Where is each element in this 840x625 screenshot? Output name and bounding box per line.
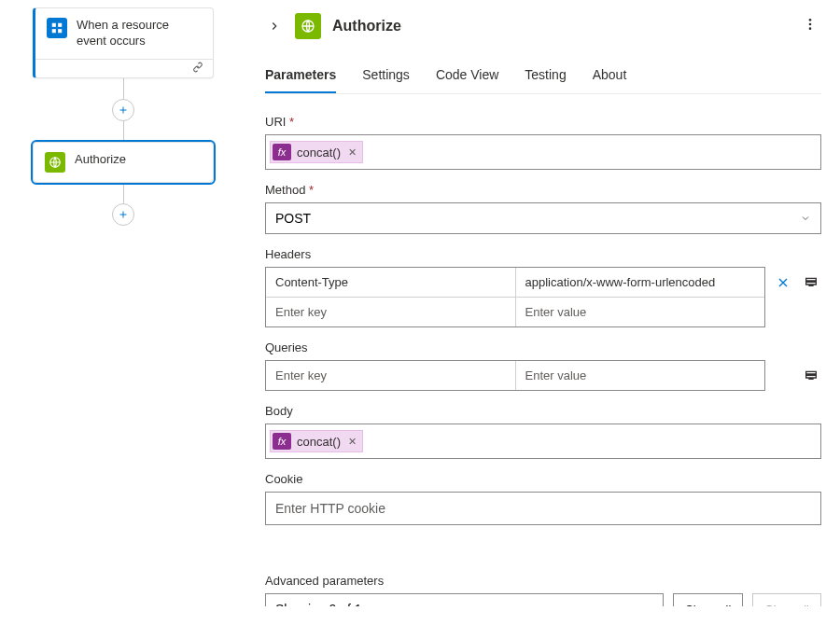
tab-code-view[interactable]: Code View: [436, 67, 498, 93]
cookie-input[interactable]: [265, 492, 821, 525]
trigger-title: When a resource event occurs: [77, 18, 202, 49]
tab-parameters[interactable]: Parameters: [265, 67, 336, 93]
query-value-input[interactable]: [516, 361, 765, 390]
flow-canvas: When a resource event occurs Authorize: [0, 0, 246, 625]
svg-rect-0: [52, 23, 56, 27]
collapse-button[interactable]: [265, 17, 284, 35]
uri-input[interactable]: fx concat() ✕: [265, 134, 821, 170]
remove-token-button[interactable]: ✕: [346, 146, 358, 159]
cookie-label: Cookie: [265, 472, 821, 486]
svg-rect-2: [52, 29, 56, 33]
add-action-button[interactable]: [112, 99, 134, 121]
header-value-input[interactable]: [516, 268, 765, 297]
tab-settings[interactable]: Settings: [362, 67, 410, 93]
advanced-summary: Showing 0 of 1: [275, 602, 362, 606]
advanced-label: Advanced parameters: [265, 574, 821, 588]
event-grid-icon: [47, 18, 67, 38]
add-action-button[interactable]: [112, 203, 134, 226]
method-label: Method *: [265, 183, 821, 197]
queries-label: Queries: [265, 340, 821, 354]
header-value-input[interactable]: [516, 298, 765, 326]
chevron-down-icon: [800, 213, 811, 224]
chevron-down-icon: [642, 604, 653, 606]
method-value: POST: [275, 211, 311, 226]
detail-panel: Authorize Parameters Settings Code View …: [246, 0, 840, 625]
authorize-title: Authorize: [75, 152, 126, 168]
svg-point-8: [809, 27, 812, 30]
table-row: [266, 361, 764, 390]
body-input[interactable]: fx concat() ✕: [265, 424, 821, 459]
link-icon: [192, 60, 203, 76]
token-text: concat(): [297, 435, 341, 449]
http-icon: [295, 13, 321, 39]
flow-node-authorize[interactable]: Authorize: [33, 142, 214, 183]
method-select[interactable]: POST: [265, 202, 821, 234]
toggle-text-mode-button[interactable]: [801, 366, 821, 386]
body-label: Body: [265, 404, 821, 418]
table-row: [266, 268, 764, 298]
show-all-button[interactable]: Show all: [673, 593, 743, 606]
query-key-input[interactable]: [266, 361, 516, 390]
connector: [123, 183, 124, 203]
http-icon: [45, 152, 65, 173]
tab-testing[interactable]: Testing: [525, 67, 566, 93]
remove-header-button[interactable]: [773, 272, 793, 293]
remove-token-button[interactable]: ✕: [346, 436, 358, 448]
uri-label: URI *: [265, 115, 821, 129]
queries-grid: [265, 360, 765, 391]
svg-rect-1: [58, 23, 62, 27]
fx-icon: fx: [273, 433, 291, 450]
toggle-text-mode-button[interactable]: [801, 272, 821, 293]
table-row: [266, 298, 764, 326]
tabs: Parameters Settings Code View Testing Ab…: [265, 67, 821, 94]
svg-point-6: [809, 19, 812, 21]
header-key-input[interactable]: [266, 268, 516, 297]
header-key-input[interactable]: [266, 298, 516, 326]
more-menu-button[interactable]: [799, 13, 821, 39]
expression-token[interactable]: fx concat() ✕: [270, 141, 363, 163]
connector: [123, 121, 124, 142]
fx-icon: fx: [273, 144, 291, 160]
token-text: concat(): [297, 146, 341, 160]
svg-point-7: [809, 23, 812, 26]
connector: [123, 78, 124, 99]
clear-all-button: Clear all: [752, 593, 821, 606]
tab-about[interactable]: About: [593, 67, 627, 93]
headers-grid: [265, 267, 765, 327]
headers-label: Headers: [265, 247, 821, 261]
advanced-select[interactable]: Showing 0 of 1: [265, 593, 664, 606]
panel-title: Authorize: [332, 18, 401, 35]
flow-node-trigger[interactable]: When a resource event occurs: [33, 7, 214, 78]
svg-rect-3: [58, 29, 62, 33]
expression-token[interactable]: fx concat() ✕: [270, 430, 363, 452]
